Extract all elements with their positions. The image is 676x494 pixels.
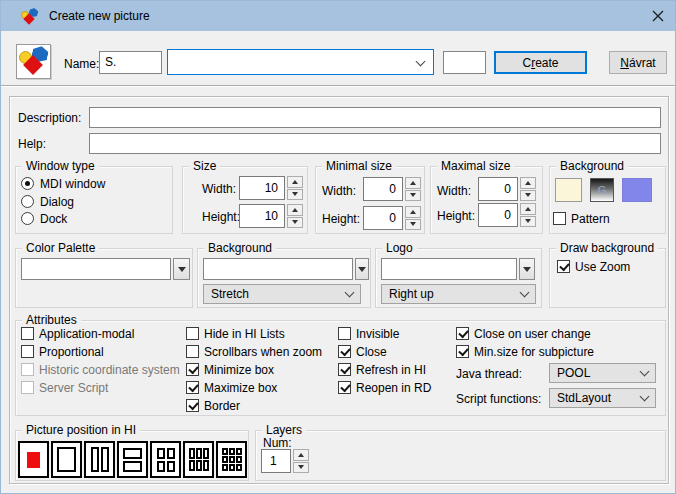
checkbox-invisible[interactable]: Invisible: [338, 326, 399, 341]
script-functions-select[interactable]: StdLayout: [549, 388, 656, 408]
radio-circle: [21, 212, 34, 225]
layers-num-value[interactable]: 1: [261, 449, 291, 473]
navrat-button-label: Návrat: [620, 56, 655, 70]
triangle-up-icon: [292, 208, 298, 212]
radio-dock[interactable]: Dock: [21, 211, 67, 226]
radio-mdi-window[interactable]: MDI window: [21, 176, 105, 191]
position-button-two-vertical[interactable]: [84, 441, 115, 478]
caret-down-icon: [523, 267, 531, 272]
position-button-grid-3x2[interactable]: [183, 441, 214, 478]
picture-position-title: Picture position in HI: [22, 423, 140, 437]
checkbox-application-modal[interactable]: Application-modal: [21, 326, 134, 341]
checkbox-box: [338, 327, 351, 340]
checkbox-box: [186, 399, 199, 412]
spin-down-button[interactable]: [405, 190, 421, 202]
navrat-button[interactable]: Návrat: [609, 51, 667, 74]
background-color-swatch-blue[interactable]: [622, 178, 652, 202]
maximal-height-value[interactable]: 0: [478, 203, 518, 227]
aux-field[interactable]: [443, 51, 486, 74]
spin-up-button[interactable]: [520, 203, 536, 215]
minimal-width-value[interactable]: 0: [363, 177, 403, 201]
minimal-width-label: Width:: [322, 184, 356, 198]
spin-down-button[interactable]: [293, 462, 309, 474]
background-color-swatch-gradient[interactable]: G: [590, 178, 614, 202]
spin-up-button[interactable]: [405, 206, 421, 218]
position-button-free[interactable]: [18, 441, 49, 478]
position-button-single[interactable]: [51, 441, 82, 478]
spin-up-button[interactable]: [293, 449, 309, 461]
gradient-swatch-label: G: [598, 184, 607, 196]
checkbox-refresh-in-hi[interactable]: Refresh in HI: [338, 362, 426, 377]
checkbox-box: [21, 363, 34, 376]
checkbox-min-size-for-subpicture[interactable]: Min.size for subpicture: [456, 344, 594, 359]
checkbox-scrollbars-when-zoom[interactable]: Scrollbars when zoom: [186, 344, 322, 359]
window-title: Create new picture: [49, 9, 150, 23]
java-thread-select[interactable]: POOL: [549, 363, 656, 383]
spin-up-button[interactable]: [287, 204, 303, 216]
layout-grid-2x2-icon: [157, 448, 175, 472]
logo-position-select[interactable]: Right up: [381, 284, 536, 304]
checkbox-border[interactable]: Border: [186, 398, 240, 413]
spin-down-button[interactable]: [287, 189, 303, 201]
triangle-down-icon: [298, 465, 304, 469]
minimal-width-spinner[interactable]: 0: [363, 177, 421, 201]
checkbox-box: [21, 381, 34, 394]
layers-num-spinner[interactable]: 1: [261, 449, 309, 473]
maximal-width-label: Width:: [437, 184, 471, 198]
checkbox-hide-in-hi-lists[interactable]: Hide in HI Lists: [186, 326, 285, 341]
background-mode-select[interactable]: Stretch: [203, 284, 361, 304]
radio-dialog[interactable]: Dialog: [21, 194, 74, 209]
color-palette-title: Color Palette: [22, 241, 99, 255]
spin-down-button[interactable]: [287, 217, 303, 229]
minimal-size-title: Minimal size: [322, 159, 396, 173]
spin-down-button[interactable]: [520, 190, 536, 202]
checkbox-reopen-in-rd[interactable]: Reopen in RD: [338, 380, 431, 395]
close-button[interactable]: [639, 1, 676, 31]
background-image-field[interactable]: [203, 258, 353, 280]
minimal-height-spinner[interactable]: 0: [363, 206, 421, 230]
position-button-grid-2x2[interactable]: [150, 441, 181, 478]
spin-down-button[interactable]: [405, 219, 421, 231]
background-colors-title: Background: [556, 159, 628, 173]
size-width-spinner[interactable]: 10: [239, 176, 303, 200]
background-image-dropdown-button[interactable]: [355, 258, 369, 280]
spin-down-button[interactable]: [520, 216, 536, 228]
size-width-value[interactable]: 10: [239, 176, 285, 200]
color-palette-dropdown-button[interactable]: [173, 258, 190, 280]
logo-dropdown-button[interactable]: [519, 258, 535, 280]
maximal-width-spinner[interactable]: 0: [478, 177, 536, 201]
triangle-up-icon: [410, 181, 416, 185]
layout-single-icon: [57, 447, 76, 472]
layout-grid-3x2-icon: [189, 448, 209, 471]
checkbox-minimize-box[interactable]: Minimize box: [186, 362, 274, 377]
checkbox-close-on-user-change[interactable]: Close on user change: [456, 326, 591, 341]
size-height-spinner[interactable]: 10: [239, 204, 303, 228]
spin-up-button[interactable]: [405, 177, 421, 189]
help-field[interactable]: [89, 133, 661, 154]
position-button-two-horizontal[interactable]: [117, 441, 148, 478]
triangle-up-icon: [525, 207, 531, 211]
name-prefix-field[interactable]: S.: [99, 51, 162, 74]
picture-name-combobox[interactable]: [167, 49, 434, 75]
color-palette-field[interactable]: [21, 258, 171, 280]
java-thread-label: Java thread:: [456, 367, 522, 381]
create-button[interactable]: Create: [494, 51, 587, 74]
checkbox-use-zoom[interactable]: Use Zoom: [557, 259, 630, 274]
maximal-height-spinner[interactable]: 0: [478, 203, 536, 227]
position-button-grid-3x3[interactable]: [216, 441, 247, 478]
chevron-down-icon: [640, 367, 650, 377]
checkbox-close[interactable]: Close: [338, 344, 387, 359]
minimal-height-value[interactable]: 0: [363, 206, 403, 230]
spin-up-button[interactable]: [520, 177, 536, 189]
checkbox-pattern[interactable]: Pattern: [553, 211, 610, 226]
spin-up-button[interactable]: [287, 176, 303, 188]
checkbox-maximize-box[interactable]: Maximize box: [186, 380, 277, 395]
logo-field[interactable]: [381, 258, 517, 280]
checkbox-proportional[interactable]: Proportional: [21, 344, 104, 359]
description-field[interactable]: [89, 107, 661, 128]
draw-background-group: Draw background: [549, 248, 666, 308]
maximal-width-value[interactable]: 0: [478, 177, 518, 201]
background-color-swatch-cream[interactable]: [555, 178, 582, 202]
size-height-value[interactable]: 10: [239, 204, 285, 228]
layers-num-label: Num:: [263, 436, 292, 450]
